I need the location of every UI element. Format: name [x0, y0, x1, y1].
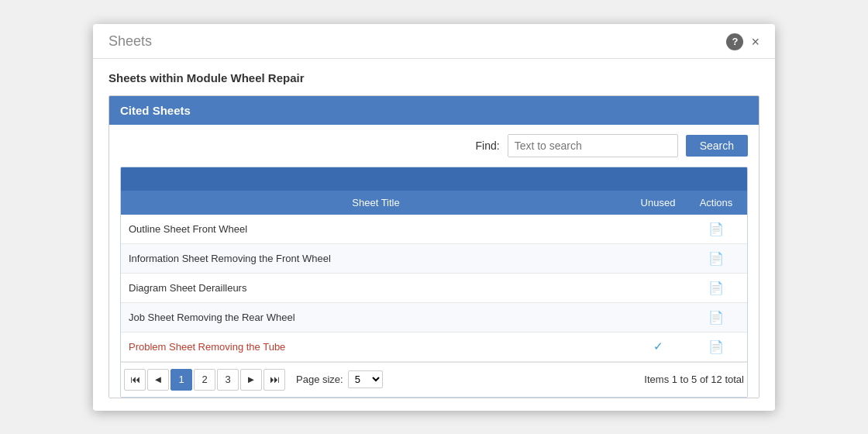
- panel-header: Cited Sheets: [109, 96, 759, 125]
- cell-unused: [631, 302, 685, 332]
- cell-actions: 📄: [685, 243, 747, 273]
- table-row: Outline Sheet Front Wheel📄: [121, 215, 747, 244]
- document-icon[interactable]: 📄: [708, 311, 724, 324]
- cell-actions: 📄: [685, 215, 747, 244]
- table-filter-bar: [121, 167, 747, 191]
- dialog-body: Sheets within Module Wheel Repair Cited …: [93, 59, 775, 411]
- help-icon[interactable]: ?: [726, 33, 743, 50]
- cell-unused: ✓: [631, 332, 685, 361]
- cell-title: Problem Sheet Removing the Tube: [121, 332, 631, 361]
- last-page-button[interactable]: ⏭: [264, 369, 285, 391]
- prev-page-button[interactable]: ◄: [147, 369, 169, 391]
- cell-title: Job Sheet Removing the Rear Wheel: [121, 302, 631, 332]
- search-button[interactable]: Search: [686, 135, 748, 157]
- dialog-header: Sheets ? ×: [93, 24, 775, 59]
- sheets-table: Sheet Title Unused Actions Outline Sheet…: [121, 191, 747, 362]
- cell-title: Outline Sheet Front Wheel: [121, 215, 631, 244]
- sheet-title-link[interactable]: Problem Sheet Removing the Tube: [129, 341, 285, 353]
- find-row: Find: Search: [120, 134, 748, 157]
- dialog-title: Sheets: [108, 33, 152, 50]
- cell-title: Information Sheet Removing the Front Whe…: [121, 243, 631, 273]
- document-icon[interactable]: 📄: [708, 281, 724, 294]
- page-1-button[interactable]: 1: [170, 369, 192, 391]
- next-page-button[interactable]: ►: [240, 369, 262, 391]
- cell-actions: 📄: [685, 332, 747, 361]
- find-label: Find:: [476, 140, 500, 152]
- first-page-button[interactable]: ⏮: [124, 369, 146, 391]
- col-header-actions: Actions: [685, 191, 747, 215]
- table-row: Problem Sheet Removing the Tube✓📄: [121, 332, 747, 361]
- sheets-dialog: Sheets ? × Sheets within Module Wheel Re…: [93, 24, 775, 411]
- document-icon[interactable]: 📄: [708, 252, 724, 265]
- pagination-controls: ⏮ ◄ 1 2 3 ► ⏭: [124, 369, 285, 391]
- table-row: Information Sheet Removing the Front Whe…: [121, 243, 747, 273]
- page-size-label: Page size:: [296, 374, 343, 385]
- page-3-button[interactable]: 3: [217, 369, 239, 391]
- pagination-info: Items 1 to 5 of 12 total: [644, 374, 744, 385]
- table-row: Job Sheet Removing the Rear Wheel📄: [121, 302, 747, 332]
- col-header-unused: Unused: [631, 191, 685, 215]
- page-size-wrapper: Page size: 5 10 20: [296, 370, 383, 388]
- page-size-select[interactable]: 5 10 20: [348, 370, 383, 388]
- col-header-title: Sheet Title: [121, 191, 631, 215]
- cell-unused: [631, 243, 685, 273]
- panel-body: Find: Search Sheet Title Unused Actions: [109, 125, 759, 398]
- document-icon[interactable]: 📄: [708, 340, 724, 353]
- cell-title: Diagram Sheet Derailleurs: [121, 273, 631, 302]
- pagination-row: ⏮ ◄ 1 2 3 ► ⏭ Page size:: [121, 362, 747, 397]
- cell-actions: 📄: [685, 273, 747, 302]
- document-icon[interactable]: 📄: [708, 222, 724, 236]
- search-input[interactable]: [508, 134, 678, 157]
- table-wrapper: Sheet Title Unused Actions Outline Sheet…: [120, 167, 748, 398]
- table-header-row: Sheet Title Unused Actions: [121, 191, 747, 215]
- cited-sheets-panel: Cited Sheets Find: Search Sheet Title Un…: [108, 95, 760, 398]
- header-icons: ? ×: [726, 33, 760, 50]
- close-icon[interactable]: ×: [751, 35, 760, 49]
- table-row: Diagram Sheet Derailleurs📄: [121, 273, 747, 302]
- check-icon: ✓: [653, 339, 663, 353]
- page-2-button[interactable]: 2: [194, 369, 215, 391]
- cell-actions: 📄: [685, 302, 747, 332]
- page-subtitle: Sheets within Module Wheel Repair: [108, 71, 760, 84]
- table-body: Outline Sheet Front Wheel📄Information Sh…: [121, 215, 747, 362]
- cell-unused: [631, 215, 685, 244]
- cell-unused: [631, 273, 685, 302]
